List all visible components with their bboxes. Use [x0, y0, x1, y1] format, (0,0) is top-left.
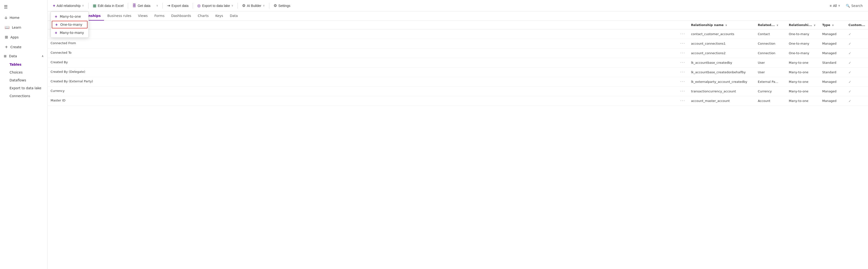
cell-type: Managed [819, 49, 845, 58]
cell-custom: ✓ [845, 67, 868, 77]
dots-menu[interactable]: ··· [680, 80, 685, 84]
filter-all-label: All [833, 4, 837, 8]
table-row: ··· Connected To account_connections2 Co… [48, 49, 868, 58]
cell-custom: ✓ [845, 49, 868, 58]
sidebar-item-tables[interactable]: Tables [6, 61, 46, 68]
export-data-button[interactable]: ⇥ Export data [164, 2, 191, 9]
sidebar-item-learn-label: Learn [12, 26, 21, 29]
data-chevron-icon: ∧ [41, 54, 44, 58]
cell-relationship-type: Many-to-one [786, 96, 819, 106]
dropdown-many-to-one[interactable]: + Many-to-one [51, 13, 89, 20]
col-custom-label: Custom... [848, 23, 865, 27]
sidebar-item-home-label: Home [9, 16, 19, 20]
tables-label: Tables [9, 63, 22, 66]
search-area[interactable]: 🔍 Search [843, 2, 865, 9]
ai-builder-button[interactable]: ⚙ AI Builder ∨ [240, 2, 267, 9]
toolbar: + Add relationship ∨ ▦ Edit data in Exce… [48, 0, 868, 11]
settings-button[interactable]: ⚙ Settings [271, 2, 293, 9]
sidebar-item-home[interactable]: ⌂ Home [1, 13, 46, 22]
sidebar-item-apps-label: Apps [10, 35, 19, 39]
tab-views-label: Views [138, 14, 148, 18]
col-relationship-name[interactable]: Relationship name ∨ [688, 21, 755, 29]
relationships-table-area: Display name ↑ ∨ Relationship name ∨ Rel… [48, 21, 868, 269]
filter-chevron-icon: ∨ [838, 4, 840, 7]
get-data-chevron-icon: ∨ [156, 4, 158, 7]
choices-label: Choices [9, 70, 23, 74]
cell-custom: ✓ [845, 77, 868, 87]
dots-menu[interactable]: ··· [680, 32, 685, 36]
cell-relationship-type: Many-to-one [786, 77, 819, 87]
tab-views[interactable]: Views [135, 11, 151, 21]
get-data-icon: 🗄 [132, 4, 136, 8]
tab-forms[interactable]: Forms [151, 11, 168, 21]
dots-menu[interactable]: ··· [680, 70, 685, 74]
dots-menu[interactable]: ··· [680, 89, 685, 94]
sidebar-section-data[interactable]: ⊞ Data ∧ [0, 52, 48, 60]
relationship-type-filter-icon: ∨ [814, 24, 816, 27]
tab-data[interactable]: Data [226, 11, 241, 21]
sidebar-item-connections[interactable]: Connections [6, 92, 46, 100]
dropdown-many-to-many[interactable]: + Many-to-many [51, 29, 89, 36]
data-section-label: Data [9, 54, 17, 58]
cell-custom: ✓ [845, 87, 868, 96]
cell-type: Managed [819, 39, 845, 49]
tab-dashboards-label: Dashboards [171, 14, 191, 18]
tab-keys[interactable]: Keys [212, 11, 226, 21]
tab-business-rules-label: Business rules [107, 14, 131, 18]
add-relationship-button[interactable]: + Add relationship ∨ [51, 2, 86, 9]
col-custom[interactable]: Custom... [845, 21, 868, 29]
edit-excel-button[interactable]: ▦ Edit data in Excel [90, 2, 126, 9]
col-display-name[interactable]: Display name ↑ ∨ [48, 21, 688, 29]
one-to-many-label: One-to-many [60, 23, 82, 27]
hamburger-menu[interactable]: ☰ [0, 2, 48, 12]
dropdown-one-to-many[interactable]: + One-to-many [52, 21, 88, 28]
relationships-table: Display name ↑ ∨ Relationship name ∨ Rel… [48, 21, 868, 106]
tab-business-rules[interactable]: Business rules [104, 11, 135, 21]
dots-menu[interactable]: ··· [680, 98, 685, 103]
cell-relationship-type: Many-to-one [786, 58, 819, 67]
dataflows-label: Dataflows [9, 78, 26, 82]
col-relationship-type[interactable]: Relationshi... ∨ [786, 21, 819, 29]
cell-custom: ✓ [845, 39, 868, 49]
cell-relationship-name: account_master_account [688, 96, 755, 106]
sidebar-item-apps[interactable]: ⊞ Apps [1, 32, 46, 42]
cell-relationship-name: lk_externalparty_account_createdby [688, 77, 755, 87]
sidebar-item-export-lake[interactable]: Export to data lake [6, 84, 46, 92]
sidebar-item-create[interactable]: + Create [1, 42, 46, 52]
export-lake-button[interactable]: ◎ Export to data lake ∨ [195, 2, 236, 9]
tab-charts[interactable]: Charts [194, 11, 212, 21]
cell-display-name: ··· Created By (Delegate) [48, 67, 688, 77]
data-section-icon: ⊞ [4, 54, 7, 58]
cell-display-name: ··· Master ID [48, 96, 688, 106]
cell-custom: ✓ [845, 58, 868, 67]
export-data-icon: ⇥ [167, 3, 170, 8]
col-type-label: Type [822, 23, 830, 27]
col-type[interactable]: Type ∨ [819, 21, 845, 29]
cell-custom: ✓ [845, 96, 868, 106]
cell-relationship-type: Many-to-one [786, 87, 819, 96]
get-data-chevron-button[interactable]: ∨ [154, 3, 160, 8]
sidebar-item-learn[interactable]: 📖 Learn [1, 23, 46, 32]
cell-relationship-name: lk_accountbase_createdonbehalfby [688, 67, 755, 77]
export-lake-icon: ◎ [197, 3, 200, 8]
dots-menu[interactable]: ··· [680, 60, 685, 65]
cell-type: Managed [819, 87, 845, 96]
cell-related: Connection [755, 39, 786, 49]
connections-label: Connections [9, 94, 30, 98]
sidebar-item-dataflows[interactable]: Dataflows [6, 77, 46, 84]
col-related-label: Related... [758, 23, 775, 27]
sidebar-item-choices[interactable]: Choices [6, 68, 46, 76]
dots-menu[interactable]: ··· [680, 51, 685, 55]
get-data-label: Get data [137, 4, 151, 8]
cell-relationship-type: One-to-many [786, 49, 819, 58]
add-relationship-label: Add relationship [57, 4, 81, 8]
tab-dashboards[interactable]: Dashboards [168, 11, 194, 21]
cell-related: User [755, 58, 786, 67]
get-data-button[interactable]: 🗄 Get data [130, 2, 153, 9]
separator-4 [193, 3, 193, 8]
filter-all-button[interactable]: ≡ All ∨ [827, 2, 842, 9]
col-related[interactable]: Related... ∨ [755, 21, 786, 29]
cell-related: Connection [755, 49, 786, 58]
dots-menu[interactable]: ··· [680, 41, 685, 46]
table-row: ··· Master ID account_master_account Acc… [48, 96, 868, 106]
